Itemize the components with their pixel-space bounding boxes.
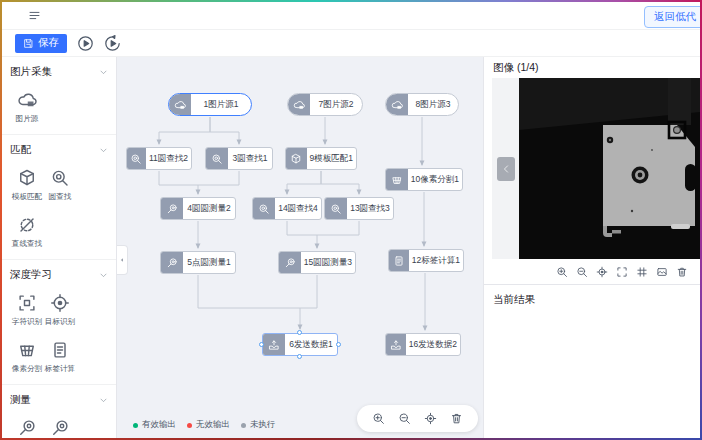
save-button[interactable]: 保存 xyxy=(15,34,67,53)
section-items: 字符识别目标识别像素分割标签计算 xyxy=(10,286,108,380)
section-label: 测量 xyxy=(10,393,31,407)
locate-icon[interactable] xyxy=(424,412,437,425)
flow-canvas[interactable]: 有效输出无效输出未执行 1图片源17图片源28图片源311圆查找23圆查找19模… xyxy=(117,57,483,438)
measure-icon xyxy=(279,252,301,273)
tool-item-图片源[interactable]: 图片源 xyxy=(10,83,43,130)
tool-item-目标识别[interactable]: 目标识别 xyxy=(43,286,76,333)
send-icon xyxy=(386,334,406,355)
legend-label: 有效输出 xyxy=(142,419,176,431)
flow-node-1图片源1[interactable]: 1图片源1 xyxy=(168,93,252,116)
chevron-down-icon xyxy=(99,68,108,77)
tool-label: 图片源 xyxy=(15,113,38,123)
screenshot-border-top xyxy=(0,0,702,2)
tool-label: 标签计算 xyxy=(44,363,74,373)
tool-item-像素分割[interactable]: 像素分割 xyxy=(10,333,43,380)
target-icon xyxy=(50,293,70,313)
zoom-in-icon[interactable] xyxy=(372,412,385,425)
back-to-lowcode-button[interactable]: 返回低代 xyxy=(644,6,702,28)
flow-node-8图片源3[interactable]: 8图片源3 xyxy=(385,93,459,116)
run-flow-button[interactable] xyxy=(77,35,94,52)
status-dot xyxy=(187,423,192,428)
node-label: 8图片源3 xyxy=(408,94,458,115)
image-source-icon xyxy=(386,94,408,115)
tool-item-字符识别[interactable]: 字符识别 xyxy=(10,286,43,333)
node-label: 9模板匹配1 xyxy=(307,148,356,169)
status-dot xyxy=(241,423,246,428)
measure-icon xyxy=(161,252,183,273)
section-title[interactable]: 图片采集 xyxy=(10,63,108,83)
selection-handle[interactable] xyxy=(336,342,341,347)
selection-handle[interactable] xyxy=(297,354,302,359)
save-label: 保存 xyxy=(38,36,59,50)
chevron-down-icon xyxy=(99,396,108,405)
sidebar-section-1: 图片采集图片源 xyxy=(2,57,116,135)
run-once-button[interactable] xyxy=(104,35,121,52)
node-label: 13圆查找3 xyxy=(347,198,393,219)
circle-find-icon xyxy=(325,198,347,219)
flow-node-9模板匹配1[interactable]: 9模板匹配1 xyxy=(285,147,357,170)
tool-item-圆查找[interactable]: 圆查找 xyxy=(43,161,76,208)
section-label: 图片采集 xyxy=(10,65,52,79)
flow-node-16发送数据2[interactable]: 16发送数据2 xyxy=(385,333,461,356)
image-nav-strip xyxy=(492,78,519,259)
grid-icon[interactable] xyxy=(636,266,648,278)
flow-node-7图片源2[interactable]: 7图片源2 xyxy=(287,93,363,116)
section-title[interactable]: 匹配 xyxy=(10,141,108,161)
zoom-out-icon[interactable] xyxy=(576,266,588,278)
fullscreen-icon[interactable] xyxy=(616,266,628,278)
prev-image-button[interactable] xyxy=(497,157,515,181)
tool-label: 直线查找 xyxy=(11,238,41,248)
section-items: 模板匹配圆查找直线查找 xyxy=(10,161,108,255)
flow-node-13圆查找3[interactable]: 13圆查找3 xyxy=(324,197,394,220)
node-label: 10像素分割1 xyxy=(408,169,462,190)
tool-item-标签计算[interactable]: 标签计算 xyxy=(43,333,76,380)
legend-item: 无效输出 xyxy=(187,419,230,431)
image-compare-icon[interactable] xyxy=(656,266,668,278)
tool-item-点圆测量[interactable]: 点圆测量 xyxy=(43,411,76,438)
sidebar-section-2: 匹配模板匹配圆查找直线查找 xyxy=(2,135,116,260)
zoom-in-icon[interactable] xyxy=(556,266,568,278)
measure-icon xyxy=(17,418,37,438)
label-calc-icon xyxy=(389,250,409,271)
trash-icon[interactable] xyxy=(676,266,688,278)
segment-icon xyxy=(386,169,408,190)
node-label: 3圆查找1 xyxy=(228,148,272,169)
camera-image[interactable] xyxy=(519,78,700,259)
sidebar-collapse-handle[interactable] xyxy=(117,245,128,275)
trash-icon[interactable] xyxy=(450,412,463,425)
selection-handle[interactable] xyxy=(297,330,302,335)
tool-label: 像素分割 xyxy=(11,363,41,373)
flow-node-12标签计算1[interactable]: 12标签计算1 xyxy=(388,249,464,272)
flow-node-4圆圆测量2[interactable]: 4圆圆测量2 xyxy=(160,197,236,220)
menu-icon[interactable] xyxy=(28,9,41,22)
flow-node-6发送数据1[interactable]: 6发送数据1 xyxy=(262,333,338,356)
node-label: 14圆查找4 xyxy=(275,198,321,219)
label-calc-icon xyxy=(50,340,70,360)
section-label: 深度学习 xyxy=(10,268,52,282)
section-title[interactable]: 测量 xyxy=(10,391,108,411)
flow-node-11圆查找2[interactable]: 11圆查找2 xyxy=(126,147,192,170)
measure-icon xyxy=(50,418,70,438)
line-find-icon xyxy=(17,215,37,235)
tool-item-直线查找[interactable]: 直线查找 xyxy=(10,208,43,255)
flow-node-3圆查找1[interactable]: 3圆查找1 xyxy=(205,147,273,170)
tool-item-圆圆测量[interactable]: 圆圆测量 xyxy=(10,411,43,438)
cube-icon xyxy=(17,168,37,188)
collapse-left-icon xyxy=(118,256,126,264)
section-label: 匹配 xyxy=(10,143,31,157)
flow-node-5点圆测量1[interactable]: 5点圆测量1 xyxy=(160,251,236,274)
app-window: 返回低代 保存 图片采集图片源匹配模板匹配圆查找直线查找深度学习字符识别目标识别… xyxy=(0,0,702,440)
circle-find-icon xyxy=(50,168,70,188)
section-title[interactable]: 深度学习 xyxy=(10,266,108,286)
flow-node-15圆圆测量3[interactable]: 15圆圆测量3 xyxy=(278,251,356,274)
flow-node-10像素分割1[interactable]: 10像素分割1 xyxy=(385,168,463,191)
flow-node-14圆查找4[interactable]: 14圆查找4 xyxy=(252,197,322,220)
tool-item-模板匹配[interactable]: 模板匹配 xyxy=(10,161,43,208)
chevron-left-icon xyxy=(501,164,511,174)
status-legend: 有效输出无效输出未执行 xyxy=(133,419,276,431)
locate-icon[interactable] xyxy=(596,266,608,278)
node-label: 6发送数据1 xyxy=(285,334,337,355)
zoom-out-icon[interactable] xyxy=(398,412,411,425)
selection-handle[interactable] xyxy=(259,342,264,347)
chevron-down-icon xyxy=(99,271,108,280)
